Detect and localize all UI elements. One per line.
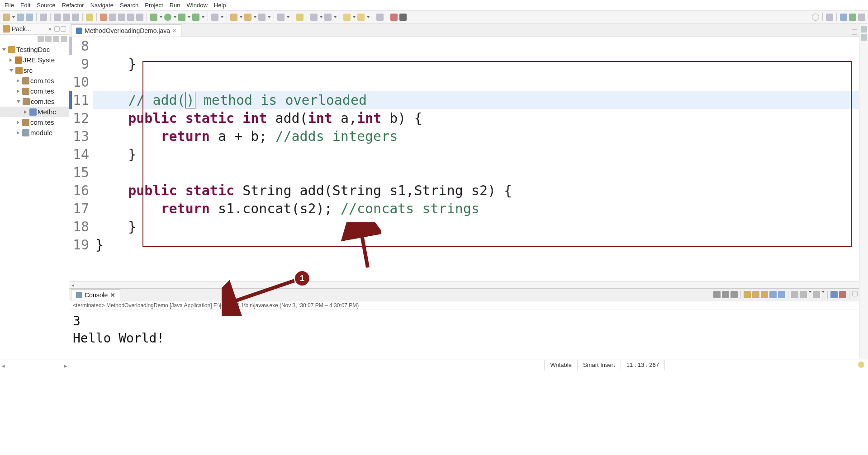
scroll-lock-icon[interactable]: [752, 291, 759, 298]
close-tab-icon[interactable]: ✕: [172, 28, 176, 34]
code-line[interactable]: }: [93, 145, 868, 164]
package-node[interactable]: com.tes: [0, 117, 69, 127]
debug-icon[interactable]: [150, 14, 157, 21]
tool-icon[interactable]: [63, 14, 70, 21]
menu-project[interactable]: Project: [145, 2, 163, 9]
run-dropdown[interactable]: [174, 16, 176, 18]
code-line[interactable]: [93, 164, 868, 182]
wand-icon[interactable]: [100, 14, 107, 21]
cloud-icon[interactable]: [399, 14, 407, 21]
close-view-icon[interactable]: ✕: [48, 27, 52, 32]
new-console-icon[interactable]: [813, 291, 820, 298]
code-line[interactable]: public static int add(int a,int b) {: [93, 109, 868, 127]
coverage-dropdown[interactable]: [188, 16, 190, 18]
remove-all-icon[interactable]: [730, 291, 738, 298]
tool-icon[interactable]: [118, 14, 125, 21]
run-last-dropdown[interactable]: [202, 16, 204, 18]
stop-icon[interactable]: [390, 14, 398, 21]
forward-icon[interactable]: [357, 14, 365, 21]
code-line[interactable]: // add() method is overloaded: [93, 91, 868, 109]
console-type-icon[interactable]: [830, 291, 838, 298]
search-tool-icon[interactable]: [296, 14, 304, 21]
coverage-icon[interactable]: [178, 14, 185, 21]
console-tab[interactable]: Console ✕: [71, 289, 120, 300]
tool-icon[interactable]: [277, 14, 285, 21]
package-node[interactable]: com.tes: [0, 96, 69, 107]
code-line[interactable]: [93, 37, 868, 55]
code-line[interactable]: public static String add(String s1,Strin…: [93, 182, 868, 200]
run-last-icon[interactable]: [192, 14, 199, 21]
tool-icon[interactable]: [324, 14, 332, 21]
minimize-icon[interactable]: [54, 26, 60, 32]
tool-icon[interactable]: [136, 14, 143, 21]
perspective-icon[interactable]: [858, 14, 865, 21]
new-package-icon[interactable]: [244, 14, 251, 21]
menu-edit[interactable]: Edit: [20, 2, 30, 9]
menu-source[interactable]: Source: [37, 2, 55, 9]
tool-icon[interactable]: [40, 14, 47, 21]
code-line[interactable]: return a + b; //adds integers: [93, 127, 868, 145]
code-line[interactable]: }: [93, 218, 868, 236]
src-node[interactable]: src: [0, 65, 69, 75]
collapse-icon[interactable]: [38, 36, 44, 42]
java-perspective-icon[interactable]: [840, 14, 847, 21]
tool-icon[interactable]: [54, 14, 61, 21]
package-node[interactable]: com.tes: [0, 86, 69, 96]
debug-perspective-icon[interactable]: [849, 14, 856, 21]
code-line[interactable]: return s1.concat(s2); //concats strings: [93, 200, 868, 218]
menu-refactor[interactable]: Refactor: [62, 2, 84, 9]
menu-help[interactable]: Help: [214, 2, 226, 9]
sidebar-scrollbar[interactable]: ◂▸: [0, 360, 69, 371]
menu-search[interactable]: Search: [120, 2, 138, 9]
word-wrap-icon[interactable]: [761, 291, 768, 298]
remove-icon[interactable]: [722, 291, 729, 298]
menu-window[interactable]: Window: [187, 2, 208, 9]
save-all-icon[interactable]: [26, 14, 33, 21]
pin-console-icon[interactable]: [778, 291, 785, 298]
filter-icon[interactable]: [53, 36, 59, 42]
module-node[interactable]: module: [0, 127, 69, 138]
code-line[interactable]: [93, 73, 868, 91]
debug-dropdown[interactable]: [160, 16, 162, 18]
tip-icon[interactable]: [858, 361, 864, 368]
menu-navigate[interactable]: Navigate: [90, 2, 114, 9]
build-icon[interactable]: [86, 14, 93, 21]
pin-icon[interactable]: [376, 14, 384, 21]
clear-icon[interactable]: [744, 291, 751, 298]
tool-icon[interactable]: [258, 14, 266, 21]
minimize-editor-icon[interactable]: [852, 29, 857, 35]
new-icon[interactable]: [3, 14, 10, 21]
tool-icon[interactable]: [127, 14, 134, 21]
package-node[interactable]: com.tes: [0, 75, 69, 86]
jre-node[interactable]: JRE Syste: [0, 55, 69, 65]
save-icon[interactable]: [17, 14, 24, 21]
menu-run[interactable]: Run: [170, 2, 180, 9]
link-icon[interactable]: [45, 36, 52, 42]
tool-icon[interactable]: [310, 14, 318, 21]
perspective-icon[interactable]: [826, 14, 833, 21]
run-icon[interactable]: [164, 14, 171, 21]
search-icon[interactable]: [812, 14, 819, 21]
terminate-icon[interactable]: [713, 291, 721, 298]
tool-icon[interactable]: [109, 14, 116, 21]
new-class-icon[interactable]: [230, 14, 237, 21]
display-icon[interactable]: [791, 291, 798, 298]
task-icon[interactable]: [861, 34, 867, 41]
horizontal-scrollbar[interactable]: ◂▸: [69, 281, 868, 288]
console-type-icon[interactable]: [839, 291, 846, 298]
project-node[interactable]: TestingDoc: [0, 44, 69, 55]
tool-icon[interactable]: [72, 14, 79, 21]
console-output[interactable]: 3 Hello World!: [69, 310, 868, 360]
maximize-icon[interactable]: [61, 26, 66, 32]
code-editor[interactable]: 8 9 10 11 12 13 14 15 16 17 18 19 }: [69, 37, 868, 281]
show-console-icon[interactable]: [769, 291, 777, 298]
outline-icon[interactable]: [861, 26, 867, 33]
minimize-console-icon[interactable]: [852, 291, 858, 296]
close-console-icon[interactable]: ✕: [110, 291, 115, 299]
package-explorer-tab[interactable]: Pack... ✕: [0, 23, 69, 35]
new-dropdown[interactable]: [12, 16, 15, 18]
back-icon[interactable]: [343, 14, 351, 21]
code-line[interactable]: }: [93, 55, 868, 73]
menu-icon[interactable]: [61, 36, 67, 42]
tool-icon[interactable]: [211, 14, 218, 21]
